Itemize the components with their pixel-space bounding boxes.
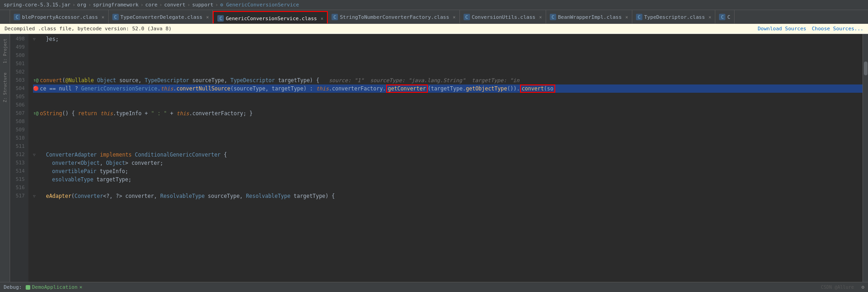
sidebar-left-indicator [0,10,10,23]
tab-label-7: TypeDescriptor.class [644,14,705,20]
tab-icon-4: C [332,14,338,20]
breadcrumb-springframework: springframework [93,2,138,8]
right-scrollbar[interactable] [862,34,868,282]
tab-BeanWrapperImpl[interactable]: C BeanWrapperImpl.class × [546,10,632,24]
tab-label-5: ConversionUtils.class [472,14,536,20]
gear-icon[interactable]: ⚙ [861,284,864,290]
close-tab-7[interactable]: × [708,15,711,20]
close-debug[interactable]: × [79,284,83,290]
tab-icon-8: C [719,14,725,20]
tab-GenericConversionService[interactable]: C GenericConversionService.class × [213,11,328,24]
close-tab-5[interactable]: × [539,15,542,20]
code-content: ▽ }es; ↑@ convert(@Nullable Object sourc… [28,34,862,282]
tab-label-2: TypeConverterDelegate.class [121,14,203,20]
info-actions: Download Sources Choose Sources... [757,26,863,32]
line-numbers: 498 499 500 501 502 503 504 505 506 507 … [10,34,28,282]
tab-StringToNumberConverterFactory[interactable]: C StringToNumberConverterFactory.class × [328,10,459,24]
code-line-512: ▽ ConverterAdapter implements Conditiona… [33,151,862,159]
tab-TypeDescriptor[interactable]: C TypeDescriptor.class × [632,10,715,24]
tab-icon-3: C [217,15,224,22]
debug-label: Debug: [4,284,22,290]
tab-extra[interactable]: C C [715,10,735,24]
main-area: 1: Project Z: Structure 498 499 500 501 … [0,34,868,282]
close-tab-1[interactable]: × [102,15,105,20]
code-line-502 [33,68,862,76]
tab-blePropertyAccessor[interactable]: C blePropertyAccessor.class × [10,10,109,24]
editor-content: 498 499 500 501 502 503 504 505 506 507 … [10,34,862,282]
tab-ConversionUtils[interactable]: C ConversionUtils.class × [460,10,546,24]
download-sources-link[interactable]: Download Sources [757,26,806,32]
info-message: Decompiled .class file, bytecode version… [5,26,171,32]
debug-app-name: DemoApplication [32,284,77,290]
tab-label-1: blePropertyAccessor.class [22,14,98,20]
debug-bar: Debug: DemoApplication × CSDN @Allure ⚙ [0,282,868,292]
tab-icon-6: C [550,14,556,20]
code-line-517: ▽ eAdapter(Converter<?, ?> converter, Re… [33,192,862,200]
breadcrumb-jar[interactable]: spring-core-5.3.15.jar [4,2,71,8]
code-line-498: ▽ }es; [33,35,862,43]
close-tab-4[interactable]: × [453,15,456,20]
breadcrumb-bar: spring-core-5.3.15.jar › org › springfra… [0,0,868,10]
tab-icon-5: C [464,14,470,20]
status-right: CSDN @Allure [821,285,854,290]
code-line-514: onvertiblePair typeInfo; [33,167,862,175]
tab-TypeConverterDelegate[interactable]: C TypeConverterDelegate.class × [109,10,213,24]
code-line-513: onverter<Object, Object> converter; [33,159,862,167]
structure-panel-label[interactable]: Z: Structure [3,73,7,102]
close-tab-3[interactable]: × [321,16,323,21]
tab-icon-7: C [636,14,642,20]
breadcrumb-convert: convert [164,2,185,8]
choose-sources-link[interactable]: Choose Sources... [812,26,863,32]
project-panel-label[interactable]: 1: Project [3,39,7,63]
code-line-505 [33,93,862,101]
debug-app-dot [26,285,30,290]
code-line-503: ↑@ convert(@Nullable Object source, Type… [33,76,862,84]
breadcrumb-org: org [77,2,86,8]
tab-label-4: StringToNumberConverterFactory.class [340,14,449,20]
tab-label-8: C [727,14,730,20]
breadcrumb-file: ⚙ GenericConversionService [220,2,299,8]
code-line-511 [33,142,862,151]
info-bar: Decompiled .class file, bytecode version… [0,24,868,34]
tab-icon-2: C [112,14,119,20]
scroll-thumb[interactable] [864,62,868,75]
code-line-501 [33,60,862,68]
debug-app[interactable]: DemoApplication × [26,284,83,290]
breakpoint-504: 🔴 [33,84,39,93]
code-line-510 [33,134,862,142]
tab-icon-1: C [14,14,20,20]
code-line-515: esolvableType targetType; [33,175,862,184]
code-line-507: ↑@ oString() { return this.typeInfo + " … [33,109,862,118]
tab-bar: C blePropertyAccessor.class × C TypeConv… [0,10,868,24]
code-line-500 [33,51,862,60]
breakpoint-up-503: ↑@ [33,76,39,84]
code-editor[interactable]: 498 499 500 501 502 503 504 505 506 507 … [10,34,862,282]
fold-icon-512[interactable]: ▽ [33,151,35,159]
tab-label-6: BeanWrapperImpl.class [558,14,622,20]
code-line-506 [33,101,862,109]
code-line-499 [33,43,862,51]
close-tab-2[interactable]: × [206,15,209,20]
code-line-504: 🔴 ce == null ? GenericConversionService.… [33,84,862,93]
fold-icon-517[interactable]: ▽ [33,192,35,200]
breadcrumb-core: core [145,2,158,8]
highlight-getConverter: getConverter [386,84,428,93]
breadcrumb-support: support [192,2,213,8]
code-line-516 [33,184,862,192]
breakpoint-up-507: ↑@ [33,109,39,118]
highlight-convert: convert(so [520,84,555,93]
left-gutter: 1: Project Z: Structure [0,34,10,282]
code-line-509 [33,126,862,134]
close-tab-6[interactable]: × [625,15,628,20]
code-line-508 [33,118,862,126]
tab-label-3: GenericConversionService.class [226,16,317,22]
fold-icon-498[interactable]: ▽ [33,35,35,43]
